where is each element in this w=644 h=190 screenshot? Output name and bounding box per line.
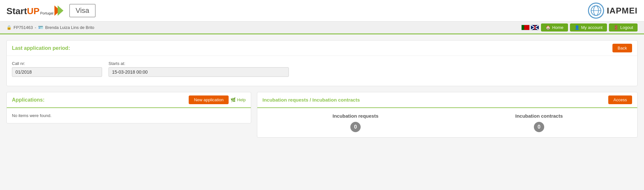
starts-at-group: Starts at: [109,61,289,77]
logo-start-text: Start [6,6,27,16]
call-nr-label: Call nr: [12,61,102,66]
my-account-button[interactable]: 👤 My account [570,23,607,32]
applications-actions: New application 🌿 Help [189,95,246,104]
applications-title: Applications: [12,97,44,103]
user-info: 🔒 FP751463 - 🪪 Brenda Luiza Lins de Brit… [6,25,94,30]
access-button[interactable]: Access [608,95,632,104]
iapmei-circle-icon [588,3,604,19]
call-nr-input [12,67,102,77]
user-id: FP751463 [14,25,33,30]
last-application-title: Last application period: [12,45,70,51]
incubation-requests-col: Incubation requests 0 [264,113,447,132]
starts-at-label: Starts at: [109,61,289,66]
page-header: StartUP Portugal Visa IAPMEI [0,0,644,22]
iapmei-svg [590,5,602,17]
help-label: Help [237,97,246,102]
last-application-header: Last application period: Back [7,41,637,56]
back-button[interactable]: Back [612,44,632,52]
logout-icon: 🚪 [613,25,619,30]
incubation-title: Incubation requests / Incubation contrac… [262,97,360,103]
incubation-contracts-col: Incubation contracts 0 [447,113,631,132]
incubation-header: Incubation requests / Incubation contrac… [257,92,637,108]
my-account-label: My account [581,25,602,30]
logo-up-text: UP [27,6,40,16]
incubation-section: Incubation requests / Incubation contrac… [257,92,638,138]
card-icon: 🪪 [38,25,43,30]
user-name: Brenda Luiza Lins de Brito [45,25,94,30]
applications-section: Applications: New application 🌿 Help No … [6,92,251,123]
incubation-requests-label: Incubation requests [333,113,379,119]
incubation-body: Incubation requests 0 Incubation contrac… [257,108,637,137]
logo-portugal-text: Portugal [40,11,53,15]
starts-at-input [109,67,289,77]
two-col-layout: Applications: New application 🌿 Help No … [6,92,638,138]
lock-icon: 🔒 [6,25,12,30]
logout-label: Logout [620,25,633,30]
user-icon: 👤 [574,25,580,30]
applications-column: Applications: New application 🌿 Help No … [6,92,251,138]
call-nr-group: Call nr: [12,61,102,77]
help-icon: 🌿 [231,97,236,102]
flag-uk[interactable] [531,25,539,30]
iapmei-logo: IAPMEI [588,3,638,19]
incubation-column: Incubation requests / Incubation contrac… [257,92,638,138]
help-button[interactable]: 🌿 Help [231,97,246,102]
iapmei-text: IAPMEI [607,6,638,16]
home-label: Home [552,25,564,30]
form-row: Call nr: Starts at: [12,61,632,77]
logout-button[interactable]: 🚪 Logout [609,23,638,32]
home-button[interactable]: 🏠 Home [541,23,568,32]
startup-logo: StartUP Portugal [6,5,63,16]
main-content: Last application period: Back Call nr: S… [0,34,644,143]
home-icon: 🏠 [545,25,551,30]
incubation-contracts-label: Incubation contracts [515,113,563,119]
no-items-text: No items were found. [7,108,251,123]
separator: - [35,25,36,30]
incubation-contracts-count: 0 [534,122,544,132]
flag-pt[interactable] [521,25,530,30]
applications-header: Applications: New application 🌿 Help [7,92,251,108]
last-application-body: Call nr: Starts at: [7,56,637,86]
visa-badge: Visa [69,4,96,17]
nav-buttons: 🏠 Home 👤 My account 🚪 Logout [521,23,638,32]
incubation-requests-count: 0 [350,122,361,132]
logo-area: StartUP Portugal Visa [6,4,96,17]
flags-wrap [521,25,539,30]
navbar: 🔒 FP751463 - 🪪 Brenda Luiza Lins de Brit… [0,22,644,34]
last-application-section: Last application period: Back Call nr: S… [6,40,638,86]
logo-arrow-green [58,5,63,16]
new-application-button[interactable]: New application [189,95,229,104]
